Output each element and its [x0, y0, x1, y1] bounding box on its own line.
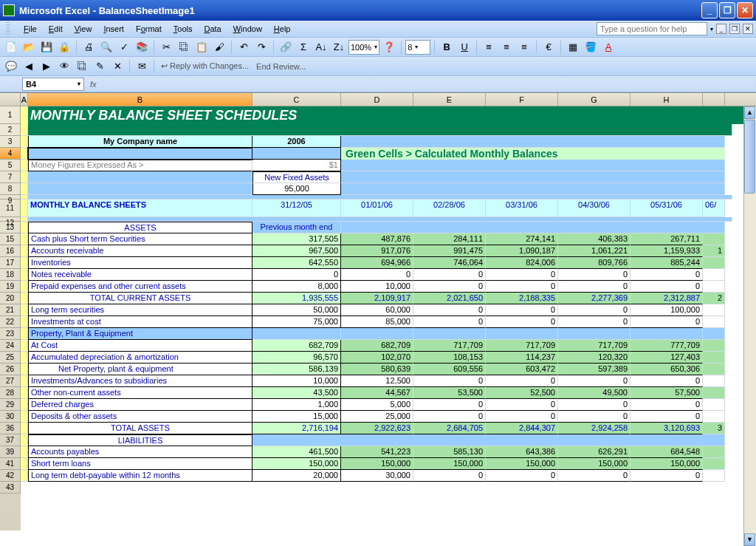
row-header-19[interactable]: 19 [0, 281, 21, 293]
close-button[interactable]: ✕ [737, 2, 753, 18]
minimize-button[interactable]: _ [701, 2, 718, 18]
cell[interactable]: 2,277,369 [558, 293, 630, 304]
cell[interactable]: 57,500 [630, 387, 703, 399]
help-icon[interactable]: ❓ [381, 39, 397, 55]
cell[interactable]: Other non-current assets [28, 387, 252, 399]
cell[interactable]: 406,383 [558, 233, 630, 245]
cell[interactable] [21, 136, 28, 148]
cell[interactable]: 8,000 [252, 281, 341, 293]
row-header-21[interactable]: 21 [0, 304, 21, 316]
cell[interactable]: MONTHLY BALANCE SHEETS [28, 199, 252, 217]
cell[interactable]: 2 [703, 293, 725, 304]
col-header-c[interactable]: C [252, 93, 341, 106]
cell[interactable] [341, 160, 725, 171]
row-header-36[interactable]: 36 [0, 423, 21, 434]
align-center-icon[interactable]: ≡ [498, 39, 515, 55]
help-dropdown-icon[interactable]: ▾ [710, 26, 713, 33]
row-header-8[interactable]: 8 [0, 183, 21, 195]
cell[interactable]: 0 [413, 375, 486, 387]
cell[interactable] [703, 328, 725, 340]
cell[interactable] [21, 233, 28, 245]
cut-icon[interactable]: ✂ [158, 39, 174, 55]
cell[interactable] [21, 124, 28, 136]
cell[interactable] [703, 257, 725, 269]
row-header-20[interactable]: 20 [0, 293, 21, 304]
cell[interactable]: $1 [252, 160, 341, 171]
cell[interactable]: 586,139 [252, 364, 341, 375]
cell[interactable] [21, 399, 28, 411]
cell[interactable] [21, 375, 28, 387]
cell[interactable]: 12,500 [341, 375, 413, 387]
cells-area[interactable]: MONTHLY BALANCE SHEET SCHEDULESMy Compan… [21, 106, 756, 530]
row-header-3[interactable]: 3 [0, 136, 21, 148]
cell[interactable]: TOTAL ASSETS [28, 423, 252, 434]
preview-icon[interactable]: 🔍 [98, 39, 114, 55]
cell[interactable]: 967,500 [252, 245, 341, 257]
cell[interactable]: 127,403 [630, 352, 703, 364]
cell[interactable] [21, 316, 28, 328]
format-painter-icon[interactable]: 🖌 [211, 39, 227, 55]
cell[interactable]: 0 [558, 281, 630, 293]
cell[interactable]: 0 [486, 304, 558, 316]
row-header-2[interactable]: 2 [0, 124, 21, 136]
doc-minimize-button[interactable]: _ [716, 24, 726, 34]
cell[interactable]: 0 [413, 304, 486, 316]
cell[interactable] [558, 328, 630, 340]
align-left-icon[interactable]: ≡ [481, 39, 497, 55]
prev-comment-icon[interactable]: ◀ [21, 58, 37, 75]
cell[interactable]: 10,000 [252, 375, 341, 387]
cell[interactable]: 267,711 [630, 233, 703, 245]
cell[interactable]: 53,500 [413, 387, 486, 399]
cell[interactable]: 150,000 [486, 458, 558, 470]
row-header-1[interactable]: 1 [0, 106, 21, 124]
help-search-input[interactable] [597, 22, 707, 35]
cell[interactable]: 0 [630, 470, 703, 482]
menu-window[interactable]: Window [227, 23, 268, 35]
cell[interactable]: 0 [558, 399, 630, 411]
cell[interactable]: Investments/Advances to subsidiaries [28, 375, 252, 387]
maximize-button[interactable]: ❐ [719, 2, 735, 18]
cell[interactable] [413, 328, 486, 340]
cell[interactable]: 917,076 [341, 245, 413, 257]
menu-data[interactable]: Data [198, 23, 227, 35]
cell[interactable] [703, 269, 725, 281]
save-icon[interactable]: 💾 [38, 39, 55, 55]
cell[interactable]: 0 [558, 316, 630, 328]
cell[interactable] [703, 352, 725, 364]
cell[interactable] [21, 470, 28, 482]
cell[interactable] [630, 328, 703, 340]
cell[interactable]: 49,500 [558, 387, 630, 399]
cell[interactable] [341, 222, 725, 233]
cell[interactable] [21, 183, 28, 195]
cell[interactable]: 0 [486, 411, 558, 423]
cell[interactable]: 642,550 [252, 257, 341, 269]
fx-icon[interactable]: fx [90, 80, 97, 89]
cell[interactable]: 150,000 [630, 458, 703, 470]
cell[interactable]: 85,000 [341, 316, 413, 328]
cell[interactable]: 0 [558, 470, 630, 482]
cell[interactable]: 06/ [703, 199, 725, 217]
row-header-15[interactable]: 15 [0, 233, 21, 245]
cell[interactable]: 120,320 [558, 352, 630, 364]
cell[interactable]: 0 [630, 375, 703, 387]
cell[interactable]: Deferred charges [28, 399, 252, 411]
cell[interactable]: 20,000 [252, 470, 341, 482]
show-comment-icon[interactable]: 👁 [56, 58, 72, 75]
row-header-41[interactable]: 41 [0, 458, 21, 470]
cell[interactable]: 603,472 [486, 364, 558, 375]
cell[interactable]: 650,306 [630, 364, 703, 375]
cell[interactable]: 02/28/06 [413, 199, 486, 217]
cell[interactable]: 1,159,933 [630, 245, 703, 257]
cell[interactable]: 643,386 [486, 446, 558, 458]
print-icon[interactable]: 🖨 [80, 39, 97, 55]
cell[interactable]: 114,237 [486, 352, 558, 364]
cell[interactable]: 0 [558, 411, 630, 423]
cell[interactable]: TOTAL CURRENT ASSETS [28, 293, 252, 304]
zoom-dropdown[interactable]: 100%▾ [348, 40, 379, 55]
cell[interactable]: 717,709 [486, 340, 558, 352]
copy-icon[interactable]: ⿻ [176, 39, 192, 55]
cell[interactable]: LIABILITIES [28, 434, 252, 446]
cell[interactable]: Prepaid expenses and other current asset… [28, 281, 252, 293]
cell[interactable] [703, 470, 725, 482]
cell[interactable]: 150,000 [341, 458, 413, 470]
